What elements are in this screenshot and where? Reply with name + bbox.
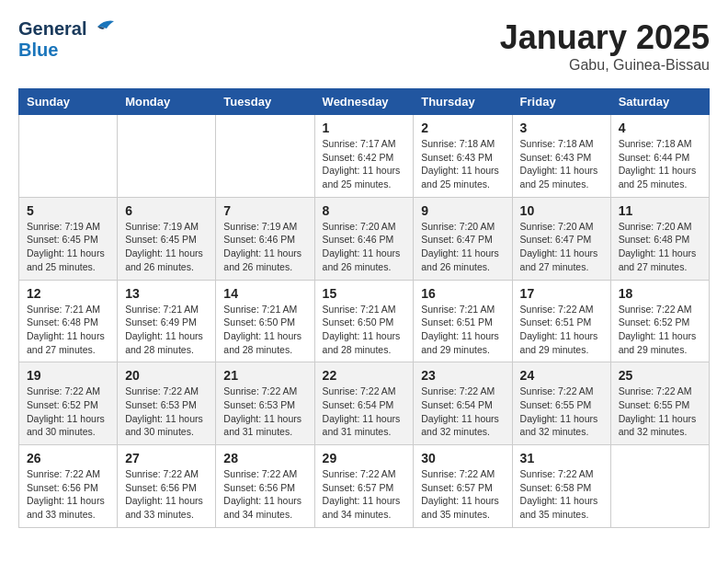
- calendar-cell: 31Sunrise: 7:22 AM Sunset: 6:58 PM Dayli…: [512, 445, 610, 528]
- calendar-week-row: 5Sunrise: 7:19 AM Sunset: 6:45 PM Daylig…: [19, 197, 710, 280]
- calendar-week-row: 19Sunrise: 7:22 AM Sunset: 6:52 PM Dayli…: [19, 362, 710, 445]
- calendar-cell: 1Sunrise: 7:17 AM Sunset: 6:42 PM Daylig…: [314, 115, 414, 198]
- day-number: 25: [619, 368, 701, 383]
- weekday-header-thursday: Thursday: [414, 89, 512, 115]
- day-info: Sunrise: 7:22 AM Sunset: 6:55 PM Dayligh…: [520, 385, 603, 439]
- title-area: January 2025 Gabu, Guinea-Bissau: [500, 18, 710, 74]
- day-info: Sunrise: 7:19 AM Sunset: 6:46 PM Dayligh…: [223, 220, 306, 274]
- calendar-cell: 6Sunrise: 7:19 AM Sunset: 6:45 PM Daylig…: [118, 197, 216, 280]
- day-number: 30: [421, 451, 504, 465]
- calendar-cell: 28Sunrise: 7:22 AM Sunset: 6:56 PM Dayli…: [216, 445, 314, 528]
- day-info: Sunrise: 7:22 AM Sunset: 6:54 PM Dayligh…: [323, 385, 406, 439]
- day-info: Sunrise: 7:22 AM Sunset: 6:55 PM Dayligh…: [619, 385, 701, 439]
- day-info: Sunrise: 7:22 AM Sunset: 6:56 PM Dayligh…: [223, 467, 306, 522]
- day-info: Sunrise: 7:18 AM Sunset: 6:43 PM Dayligh…: [520, 137, 603, 191]
- weekday-header-friday: Friday: [512, 89, 610, 115]
- day-info: Sunrise: 7:21 AM Sunset: 6:51 PM Dayligh…: [421, 303, 504, 357]
- day-number: 29: [323, 451, 406, 465]
- weekday-header-sunday: Sunday: [19, 89, 118, 115]
- day-info: Sunrise: 7:22 AM Sunset: 6:57 PM Dayligh…: [323, 467, 406, 522]
- calendar-cell: 10Sunrise: 7:20 AM Sunset: 6:47 PM Dayli…: [512, 197, 610, 280]
- calendar-week-row: 26Sunrise: 7:22 AM Sunset: 6:56 PM Dayli…: [19, 445, 710, 528]
- calendar-week-row: 12Sunrise: 7:21 AM Sunset: 6:48 PM Dayli…: [19, 280, 710, 362]
- day-number: 10: [520, 203, 603, 218]
- day-info: Sunrise: 7:20 AM Sunset: 6:46 PM Dayligh…: [323, 220, 406, 274]
- calendar-cell: 13Sunrise: 7:21 AM Sunset: 6:49 PM Dayli…: [118, 280, 216, 362]
- day-info: Sunrise: 7:21 AM Sunset: 6:49 PM Dayligh…: [125, 303, 208, 357]
- day-number: 24: [520, 368, 603, 383]
- weekday-header-row: SundayMondayTuesdayWednesdayThursdayFrid…: [19, 89, 710, 115]
- calendar-cell: [19, 115, 118, 198]
- calendar-cell: [610, 445, 709, 528]
- day-number: 8: [323, 203, 406, 218]
- day-info: Sunrise: 7:19 AM Sunset: 6:45 PM Dayligh…: [27, 220, 109, 274]
- day-info: Sunrise: 7:21 AM Sunset: 6:50 PM Dayligh…: [323, 303, 406, 357]
- calendar-cell: 23Sunrise: 7:22 AM Sunset: 6:54 PM Dayli…: [414, 362, 512, 445]
- day-number: 13: [125, 286, 208, 301]
- calendar-cell: 29Sunrise: 7:22 AM Sunset: 6:57 PM Dayli…: [314, 445, 414, 528]
- day-number: 6: [125, 203, 208, 218]
- calendar-cell: 22Sunrise: 7:22 AM Sunset: 6:54 PM Dayli…: [314, 362, 414, 445]
- day-number: 22: [323, 368, 406, 383]
- day-info: Sunrise: 7:22 AM Sunset: 6:58 PM Dayligh…: [520, 467, 603, 522]
- day-number: 12: [27, 286, 109, 301]
- day-number: 20: [125, 368, 208, 383]
- calendar-cell: 11Sunrise: 7:20 AM Sunset: 6:48 PM Dayli…: [610, 197, 709, 280]
- day-number: 15: [323, 286, 406, 301]
- day-number: 17: [520, 286, 603, 301]
- day-number: 28: [223, 451, 306, 465]
- calendar-cell: 9Sunrise: 7:20 AM Sunset: 6:47 PM Daylig…: [414, 197, 512, 280]
- calendar-cell: 26Sunrise: 7:22 AM Sunset: 6:56 PM Dayli…: [19, 445, 118, 528]
- day-info: Sunrise: 7:22 AM Sunset: 6:54 PM Dayligh…: [421, 385, 504, 439]
- calendar-title: January 2025: [500, 18, 710, 57]
- day-number: 26: [27, 451, 109, 465]
- calendar-cell: 24Sunrise: 7:22 AM Sunset: 6:55 PM Dayli…: [512, 362, 610, 445]
- page-header: General Blue January 2025 Gabu, Guinea-B…: [18, 18, 710, 74]
- day-number: 18: [619, 286, 701, 301]
- calendar-table: SundayMondayTuesdayWednesdayThursdayFrid…: [18, 88, 710, 528]
- weekday-header-monday: Monday: [118, 89, 216, 115]
- day-number: 9: [421, 203, 504, 218]
- calendar-cell: 21Sunrise: 7:22 AM Sunset: 6:53 PM Dayli…: [216, 362, 314, 445]
- day-info: Sunrise: 7:22 AM Sunset: 6:57 PM Dayligh…: [421, 467, 504, 522]
- day-info: Sunrise: 7:22 AM Sunset: 6:56 PM Dayligh…: [125, 467, 208, 522]
- calendar-cell: 27Sunrise: 7:22 AM Sunset: 6:56 PM Dayli…: [118, 445, 216, 528]
- weekday-header-saturday: Saturday: [610, 89, 709, 115]
- calendar-cell: 17Sunrise: 7:22 AM Sunset: 6:51 PM Dayli…: [512, 280, 610, 362]
- day-number: 5: [27, 203, 109, 218]
- day-info: Sunrise: 7:22 AM Sunset: 6:52 PM Dayligh…: [27, 385, 109, 439]
- calendar-cell: 5Sunrise: 7:19 AM Sunset: 6:45 PM Daylig…: [19, 197, 118, 280]
- logo-blue: Blue: [18, 40, 58, 60]
- logo-bird-icon: [88, 17, 116, 38]
- day-info: Sunrise: 7:18 AM Sunset: 6:44 PM Dayligh…: [619, 137, 701, 191]
- calendar-cell: 8Sunrise: 7:20 AM Sunset: 6:46 PM Daylig…: [314, 197, 414, 280]
- calendar-cell: 3Sunrise: 7:18 AM Sunset: 6:43 PM Daylig…: [512, 115, 610, 198]
- calendar-cell: 16Sunrise: 7:21 AM Sunset: 6:51 PM Dayli…: [414, 280, 512, 362]
- day-info: Sunrise: 7:22 AM Sunset: 6:56 PM Dayligh…: [27, 467, 109, 522]
- day-number: 7: [223, 203, 306, 218]
- calendar-cell: 25Sunrise: 7:22 AM Sunset: 6:55 PM Dayli…: [610, 362, 709, 445]
- day-number: 21: [223, 368, 306, 383]
- calendar-week-row: 1Sunrise: 7:17 AM Sunset: 6:42 PM Daylig…: [19, 115, 710, 198]
- calendar-cell: 19Sunrise: 7:22 AM Sunset: 6:52 PM Dayli…: [19, 362, 118, 445]
- day-number: 16: [421, 286, 504, 301]
- day-info: Sunrise: 7:20 AM Sunset: 6:48 PM Dayligh…: [619, 220, 701, 274]
- day-info: Sunrise: 7:22 AM Sunset: 6:53 PM Dayligh…: [223, 385, 306, 439]
- day-number: 23: [421, 368, 504, 383]
- day-number: 11: [619, 203, 701, 218]
- calendar-cell: 15Sunrise: 7:21 AM Sunset: 6:50 PM Dayli…: [314, 280, 414, 362]
- day-info: Sunrise: 7:17 AM Sunset: 6:42 PM Dayligh…: [323, 137, 406, 191]
- logo-general: General: [18, 18, 86, 40]
- day-info: Sunrise: 7:20 AM Sunset: 6:47 PM Dayligh…: [421, 220, 504, 274]
- day-info: Sunrise: 7:22 AM Sunset: 6:52 PM Dayligh…: [619, 303, 701, 357]
- weekday-header-wednesday: Wednesday: [314, 89, 414, 115]
- day-number: 1: [323, 121, 406, 135]
- calendar-cell: 7Sunrise: 7:19 AM Sunset: 6:46 PM Daylig…: [216, 197, 314, 280]
- calendar-cell: 4Sunrise: 7:18 AM Sunset: 6:44 PM Daylig…: [610, 115, 709, 198]
- day-info: Sunrise: 7:22 AM Sunset: 6:53 PM Dayligh…: [125, 385, 208, 439]
- day-number: 2: [421, 121, 504, 135]
- calendar-cell: 30Sunrise: 7:22 AM Sunset: 6:57 PM Dayli…: [414, 445, 512, 528]
- day-info: Sunrise: 7:19 AM Sunset: 6:45 PM Dayligh…: [125, 220, 208, 274]
- calendar-subtitle: Gabu, Guinea-Bissau: [500, 57, 710, 74]
- day-info: Sunrise: 7:18 AM Sunset: 6:43 PM Dayligh…: [421, 137, 504, 191]
